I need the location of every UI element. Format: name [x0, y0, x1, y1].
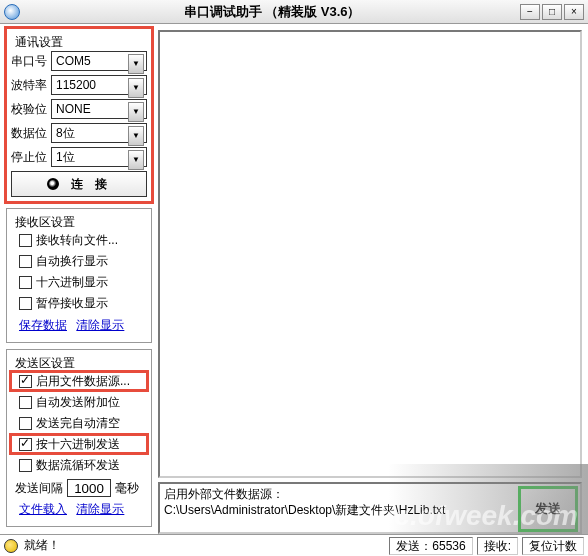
comm-settings-group: 通讯设置 串口号 COM5 波特率 115200 校验位 NONE 数据位 8位… — [6, 28, 152, 202]
interval-label: 发送间隔 — [15, 480, 63, 497]
send-button[interactable]: 发送 — [520, 488, 576, 530]
statusbar: 就绪！ 发送：65536 接收: 复位计数 — [0, 534, 588, 556]
parity-select[interactable]: NONE — [51, 99, 147, 119]
clear-recv-link[interactable]: 清除显示 — [76, 318, 124, 332]
connect-indicator-icon — [47, 178, 59, 190]
save-data-link[interactable]: 保存数据 — [19, 318, 67, 332]
datasource-label: 启用外部文件数据源： — [164, 486, 445, 502]
connect-label: 连 接 — [71, 176, 110, 193]
close-button[interactable]: × — [564, 4, 584, 20]
send-legend: 发送区设置 — [13, 355, 77, 372]
stop-select[interactable]: 1位 — [51, 147, 147, 167]
data-select[interactable]: 8位 — [51, 123, 147, 143]
recv-legend: 接收区设置 — [13, 214, 77, 231]
status-ready: 就绪！ — [24, 537, 60, 554]
checkbox-icon[interactable] — [19, 396, 32, 409]
comm-legend: 通讯设置 — [13, 34, 65, 51]
send-loop-label: 数据流循环发送 — [36, 457, 120, 474]
recv-autowrap-label: 自动换行显示 — [36, 253, 108, 270]
checkbox-icon[interactable] — [19, 459, 32, 472]
recv-to-file-label: 接收转向文件... — [36, 232, 118, 249]
baud-select[interactable]: 115200 — [51, 75, 147, 95]
recv-pause-row[interactable]: 暂停接收显示 — [11, 294, 147, 312]
status-send-count: 发送：65536 — [389, 537, 472, 555]
recv-hex-label: 十六进制显示 — [36, 274, 108, 291]
port-label: 串口号 — [11, 53, 51, 70]
minimize-button[interactable]: − — [520, 4, 540, 20]
recv-settings-group: 接收区设置 接收转向文件... 自动换行显示 十六进制显示 暂停接收显示 保存数… — [6, 208, 152, 343]
window-controls: − □ × — [520, 4, 584, 20]
checkbox-icon[interactable] — [19, 375, 32, 388]
receive-textarea[interactable] — [158, 30, 582, 478]
send-filesrc-label: 启用文件数据源... — [36, 373, 130, 390]
checkbox-icon[interactable] — [19, 297, 32, 310]
titlebar: 串口调试助手 （精装版 V3.6） − □ × — [0, 0, 588, 24]
send-settings-group: 发送区设置 启用文件数据源... 自动发送附加位 发送完自动清空 按十六进制发送… — [6, 349, 152, 527]
recv-autowrap-row[interactable]: 自动换行显示 — [11, 252, 147, 270]
send-box: 启用外部文件数据源： C:\Users\Administrator\Deskto… — [158, 482, 582, 534]
interval-unit: 毫秒 — [115, 480, 139, 497]
parity-label: 校验位 — [11, 101, 51, 118]
status-recv-count: 接收: — [477, 537, 518, 555]
checkbox-icon[interactable] — [19, 234, 32, 247]
baud-label: 波特率 — [11, 77, 51, 94]
checkbox-icon[interactable] — [19, 276, 32, 289]
checkbox-icon[interactable] — [19, 417, 32, 430]
recv-to-file-row[interactable]: 接收转向文件... — [11, 231, 147, 249]
send-hex-row[interactable]: 按十六进制发送 — [11, 435, 147, 453]
status-indicator-icon — [4, 539, 18, 553]
app-icon — [4, 4, 20, 20]
send-cleardone-label: 发送完自动清空 — [36, 415, 120, 432]
datasource-path: C:\Users\Administrator\Desktop\新建文件夹\HzL… — [164, 502, 445, 518]
load-file-link[interactable]: 文件载入 — [19, 502, 67, 516]
interval-input[interactable] — [67, 479, 111, 497]
recv-pause-label: 暂停接收显示 — [36, 295, 108, 312]
reset-count-button[interactable]: 复位计数 — [522, 537, 584, 555]
clear-send-link[interactable]: 清除显示 — [76, 502, 124, 516]
data-label: 数据位 — [11, 125, 51, 142]
stop-label: 停止位 — [11, 149, 51, 166]
send-loop-row[interactable]: 数据流循环发送 — [11, 456, 147, 474]
send-hex-label: 按十六进制发送 — [36, 436, 120, 453]
send-autoextra-label: 自动发送附加位 — [36, 394, 120, 411]
checkbox-icon[interactable] — [19, 255, 32, 268]
recv-hex-row[interactable]: 十六进制显示 — [11, 273, 147, 291]
window-title: 串口调试助手 （精装版 V3.6） — [24, 3, 520, 21]
maximize-button[interactable]: □ — [542, 4, 562, 20]
port-select[interactable]: COM5 — [51, 51, 147, 71]
send-filesrc-row[interactable]: 启用文件数据源... — [11, 372, 147, 390]
checkbox-icon[interactable] — [19, 438, 32, 451]
send-autoextra-row[interactable]: 自动发送附加位 — [11, 393, 147, 411]
connect-button[interactable]: 连 接 — [11, 171, 147, 197]
send-cleardone-row[interactable]: 发送完自动清空 — [11, 414, 147, 432]
